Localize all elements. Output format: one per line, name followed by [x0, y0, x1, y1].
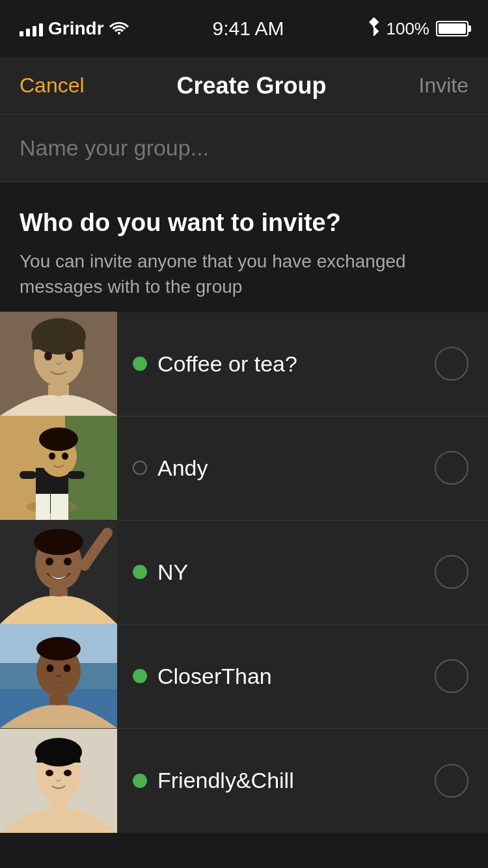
online-indicator: [133, 565, 147, 579]
svg-rect-17: [20, 471, 36, 479]
cancel-button[interactable]: Cancel: [20, 74, 85, 98]
battery-icon: [436, 21, 468, 36]
section-header: Who do you want to invite? You can invit…: [0, 182, 488, 312]
contact-item[interactable]: Andy: [0, 416, 488, 521]
svg-point-22: [46, 558, 53, 565]
contact-name: Friendly&Chill: [157, 768, 294, 793]
svg-rect-12: [51, 494, 68, 520]
contact-name: NY: [157, 560, 188, 585]
contact-info: Friendly&Chill: [117, 768, 435, 793]
battery-area: 100%: [368, 18, 468, 40]
svg-point-4: [65, 351, 73, 360]
contact-item[interactable]: Coffee or tea?: [0, 312, 488, 416]
select-checkbox[interactable]: [435, 451, 468, 485]
wifi-icon: [109, 19, 129, 39]
nav-bar: Cancel Create Group Invite: [0, 57, 488, 115]
contact-name: Andy: [157, 455, 208, 481]
avatar: [0, 312, 117, 416]
invite-button[interactable]: Invite: [419, 74, 468, 98]
carrier-signal: Grindr: [20, 18, 129, 39]
contact-name: CloserThan: [157, 664, 272, 689]
svg-rect-18: [68, 471, 85, 479]
contact-item[interactable]: NY: [0, 521, 488, 625]
online-indicator: [133, 669, 147, 683]
avatar: [0, 416, 117, 520]
contact-name: Coffee or tea?: [157, 351, 297, 377]
online-indicator: [133, 774, 147, 788]
svg-point-3: [44, 351, 52, 360]
svg-point-38: [46, 770, 53, 776]
contact-info: NY: [117, 560, 435, 585]
signal-bars: [20, 21, 43, 36]
invite-heading: Who do you want to invite?: [20, 208, 468, 238]
svg-point-21: [34, 529, 83, 555]
contact-info: Andy: [117, 455, 435, 481]
avatar: [0, 520, 117, 624]
invite-description: You can invite anyone that you have exch…: [20, 249, 468, 299]
svg-point-39: [64, 770, 72, 776]
bluetooth-icon: [368, 18, 379, 40]
carrier-name: Grindr: [48, 18, 104, 39]
svg-point-23: [64, 558, 72, 565]
online-indicator: [133, 461, 147, 475]
svg-point-16: [62, 453, 68, 460]
svg-point-31: [47, 664, 54, 672]
select-checkbox[interactable]: [435, 659, 468, 693]
svg-point-15: [49, 453, 55, 460]
svg-point-14: [39, 427, 78, 451]
contact-list: Coffee or tea?: [0, 312, 488, 833]
battery-percentage: 100%: [386, 19, 429, 39]
group-name-input[interactable]: [0, 115, 488, 182]
select-checkbox[interactable]: [435, 347, 468, 381]
contact-info: Coffee or tea?: [117, 351, 435, 377]
avatar: [0, 729, 117, 833]
svg-point-32: [64, 664, 71, 672]
status-bar: Grindr 9:41 AM 100%: [0, 0, 488, 57]
contact-info: CloserThan: [117, 664, 435, 689]
time-display: 9:41 AM: [212, 18, 284, 40]
page-title: Create Group: [177, 72, 327, 100]
avatar: [0, 624, 117, 728]
select-checkbox[interactable]: [435, 764, 468, 798]
svg-rect-11: [36, 494, 50, 520]
contact-item[interactable]: CloserThan: [0, 625, 488, 729]
svg-point-30: [36, 637, 81, 660]
contact-item[interactable]: Friendly&Chill: [0, 729, 488, 833]
online-indicator: [133, 357, 147, 371]
select-checkbox[interactable]: [435, 555, 468, 589]
